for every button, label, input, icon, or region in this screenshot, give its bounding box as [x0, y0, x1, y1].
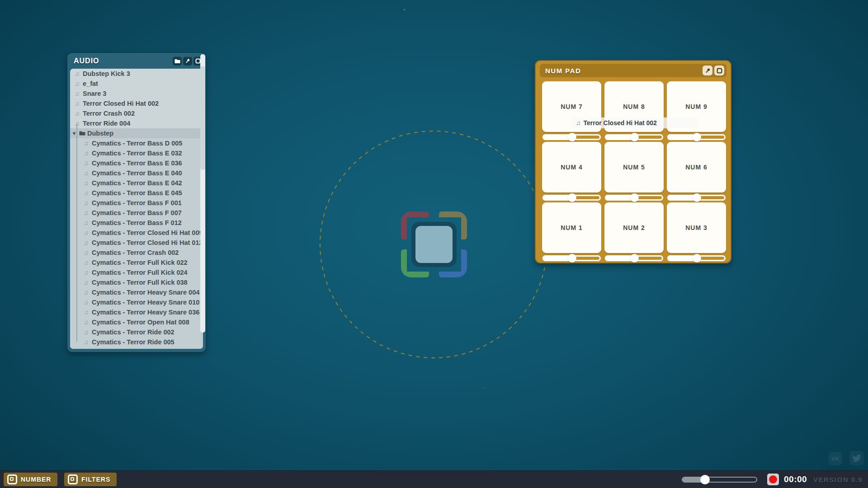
slider-knob[interactable] [693, 254, 701, 263]
twitter-icon[interactable] [849, 451, 864, 465]
music-note-icon: ♫ [82, 338, 90, 346]
music-note-icon: ♫ [73, 90, 81, 97]
sample-name: Cymatics - Terror Bass F 007 [92, 209, 182, 216]
audio-list-item[interactable]: ♫Terror Crash 002 [70, 108, 203, 118]
audio-list-item[interactable]: ♫Cymatics - Terror Full Kick 022 [70, 258, 203, 267]
pin-panel-button[interactable] [703, 66, 712, 75]
numpad-pad[interactable]: NUM 1 [542, 202, 601, 253]
audio-list-item[interactable]: ♫Cymatics - Terror Closed Hi Hat 009 [70, 228, 203, 238]
audio-list-item[interactable]: ♫Cymatics - Terror White Noise D [70, 347, 203, 349]
audio-list-scrollbar[interactable] [200, 54, 205, 333]
music-note-icon: ♫ [82, 140, 90, 147]
audio-list-item[interactable]: ♫Cymatics - Terror Crash 002 [70, 248, 203, 258]
record-button[interactable] [767, 474, 779, 485]
slider-knob[interactable] [568, 133, 576, 141]
audio-list-item[interactable]: ♫Cymatics - Terror Ride 005 [70, 337, 203, 347]
sample-name: Cymatics - Terror Crash 002 [92, 249, 179, 256]
numpad-cell: NUM 2 [604, 202, 664, 263]
sample-name: Cymatics - Terror Bass E 042 [92, 179, 182, 187]
numpad-cell: NUM 6 [667, 142, 726, 202]
slider-fill [605, 195, 634, 201]
numpad-grid: ♫ Terror Closed Hi Hat 002 NUM 7NUM 8NUM… [542, 81, 726, 263]
audio-list-item[interactable]: ♫Cymatics - Terror Bass F 007 [70, 208, 203, 218]
audio-list-item[interactable]: ♫Cymatics - Terror Bass E 040 [70, 168, 203, 178]
audio-list-item[interactable]: ♫Cymatics - Terror Bass F 012 [70, 218, 203, 228]
slider-knob[interactable] [693, 193, 701, 202]
slider-fill [605, 255, 634, 261]
audio-list-item[interactable]: ♫Cymatics - Terror Heavy Snare 004 [70, 287, 203, 297]
numpad-pad[interactable]: NUM 6 [667, 142, 726, 192]
music-note-icon: ♫ [82, 348, 90, 349]
caret-down-icon[interactable]: ▾ [73, 130, 78, 136]
slider-knob[interactable] [568, 193, 576, 202]
slider-knob[interactable] [693, 133, 701, 141]
audio-list-item[interactable]: ♫Dubstep Kick 3 [70, 69, 203, 79]
audio-list-item[interactable]: ♫Cymatics - Terror Closed Hi Hat 012 [70, 238, 203, 248]
twitter-bird-icon [852, 455, 861, 462]
audio-list-item[interactable]: ♫Cymatics - Terror Bass F 001 [70, 198, 203, 208]
slider-fill [542, 195, 572, 201]
audio-list-item[interactable]: ♫Cymatics - Terror Heavy Snare 010 [70, 297, 203, 307]
scrollbar-thumb[interactable] [200, 66, 205, 170]
pad-volume-slider[interactable] [667, 193, 726, 202]
audio-list-item[interactable]: ♫Cymatics - Terror Bass E 036 [70, 158, 203, 168]
numpad-pad[interactable]: NUM 2 [604, 202, 664, 253]
slider-knob[interactable] [630, 133, 639, 141]
audio-panel-title: AUDIO [67, 57, 99, 65]
audio-list-item[interactable]: ♫Cymatics - Terror Bass E 045 [70, 188, 203, 198]
audio-panel: AUDIO ♫Dubstep Kick 3♫e_fat♫Snare 3♫Terr… [67, 53, 206, 352]
slider-knob[interactable] [568, 254, 576, 263]
audio-list-item[interactable]: ♫Cymatics - Terror Ride 002 [70, 327, 203, 337]
slider-knob[interactable] [630, 254, 639, 263]
audio-panel-header[interactable]: AUDIO [67, 53, 206, 69]
logo-inner-square [415, 226, 453, 263]
numpad-pad[interactable]: NUM 4 [542, 142, 601, 192]
music-note-icon: ♫ [82, 299, 90, 306]
audio-list-item[interactable]: ♫Cymatics - Terror Bass D 005 [70, 138, 203, 148]
pad-volume-slider[interactable] [542, 253, 601, 263]
audio-list-item[interactable]: ♫Cymatics - Terror Bass E 042 [70, 178, 203, 188]
numpad-panel-header[interactable]: NUM PAD [540, 64, 726, 77]
audio-folder-row[interactable]: ▾Dubstep [70, 128, 203, 138]
slider-knob[interactable] [700, 475, 710, 484]
audio-list-item[interactable]: ♫Cymatics - Terror Full Kick 038 [70, 277, 203, 287]
pad-volume-slider[interactable] [542, 193, 601, 202]
pad-volume-slider[interactable] [542, 132, 601, 142]
pad-label: NUM 1 [561, 224, 583, 231]
number-toggle-button[interactable]: NUMBER [4, 473, 57, 486]
audio-list-item[interactable]: ♫Snare 3 [70, 89, 203, 99]
music-note-icon: ♫ [576, 119, 581, 127]
numpad-pad[interactable]: NUM 5 [604, 142, 664, 192]
pad-label: NUM 7 [561, 103, 583, 110]
audio-list-item[interactable]: ♫Terror Closed Hi Hat 002 [70, 99, 203, 108]
audio-list-item[interactable]: ♫e_fat [70, 79, 203, 89]
checkbox-icon [68, 474, 78, 484]
pad-label: NUM 9 [685, 103, 708, 110]
numpad-pad[interactable]: NUM 3 [667, 202, 726, 253]
pad-volume-slider[interactable] [604, 193, 664, 202]
pad-volume-slider[interactable] [667, 253, 726, 263]
master-volume-slider[interactable] [682, 477, 757, 483]
open-folder-button[interactable] [173, 56, 182, 66]
music-note-icon: ♫ [82, 279, 90, 286]
audio-list-item[interactable]: ♫Terror Ride 004 [70, 118, 203, 128]
filters-toggle-button[interactable]: FILTERS [64, 473, 117, 486]
audio-list-item[interactable]: ♫Cymatics - Terror Open Hat 008 [70, 317, 203, 327]
pad-volume-slider[interactable] [604, 132, 664, 142]
vk-icon[interactable]: VK [829, 452, 842, 465]
sample-name: Cymatics - Terror Ride 005 [92, 338, 175, 346]
app-logo [401, 211, 467, 277]
pin-panel-button[interactable] [183, 56, 192, 66]
slider-fill [667, 255, 697, 261]
sample-name: Cymatics - Terror Bass E 045 [92, 189, 182, 197]
audio-list-item[interactable]: ♫Cymatics - Terror Full Kick 024 [70, 267, 203, 277]
audio-list-item[interactable]: ♫Cymatics - Terror Bass E 032 [70, 148, 203, 158]
audio-list[interactable]: ♫Dubstep Kick 3♫e_fat♫Snare 3♫Terror Clo… [70, 69, 203, 349]
pad-volume-slider[interactable] [667, 132, 726, 142]
folder-indent-line [76, 124, 77, 342]
pad-volume-slider[interactable] [604, 253, 664, 263]
collapse-panel-button[interactable] [714, 66, 724, 75]
slider-fill [667, 195, 697, 201]
audio-list-item[interactable]: ♫Cymatics - Terror Heavy Snare 036 [70, 307, 203, 317]
slider-knob[interactable] [630, 193, 639, 202]
